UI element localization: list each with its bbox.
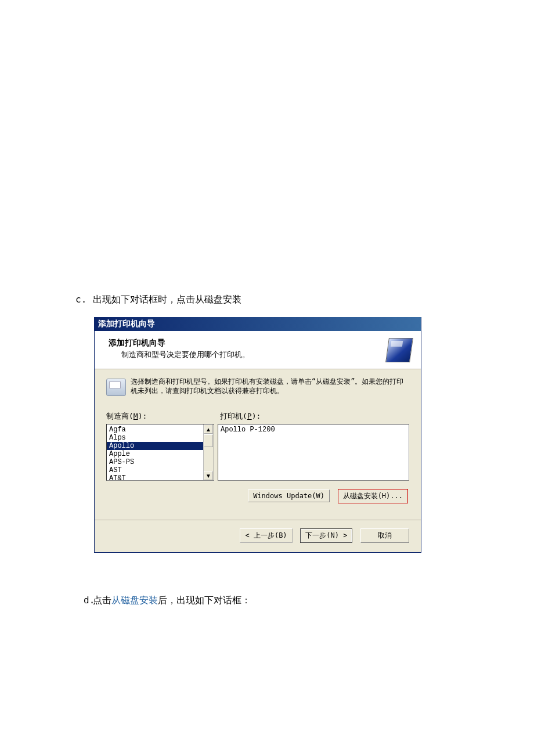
scroll-thumb[interactable] xyxy=(204,434,213,447)
printer-icon xyxy=(385,338,413,362)
dialog-content: 选择制造商和打印机型号。如果打印机有安装磁盘，请单击“从磁盘安装”。如果您的打印… xyxy=(95,369,421,509)
list-item-selected[interactable]: Apollo xyxy=(107,442,214,450)
step-d-text: 点击从磁盘安装后，出现如下对话框： xyxy=(93,595,251,607)
step-c-marker: c. xyxy=(75,294,86,305)
step-d-link: 从磁盘安装 xyxy=(111,595,158,606)
list-item[interactable]: APS-PS xyxy=(107,458,214,466)
list-item[interactable]: Alps xyxy=(107,434,214,442)
scroll-up-icon[interactable]: ▲ xyxy=(204,424,213,434)
add-printer-wizard-dialog: 添加打印机向导 添加打印机向导 制造商和型号决定要使用哪个打印机。 选择制造商和… xyxy=(94,317,421,553)
step-c-text: 出现如下对话框时，点击从磁盘安装 xyxy=(93,294,241,306)
dialog-header: 添加打印机向导 制造商和型号决定要使用哪个打印机。 xyxy=(95,331,421,369)
list-item[interactable]: Agfa xyxy=(107,426,214,434)
manufacturer-listbox[interactable]: Agfa Alps Apollo Apple APS-PS AST AT&T ▲… xyxy=(106,424,214,481)
list-item[interactable]: AT&T xyxy=(107,474,214,481)
list-item[interactable]: Apollo P-1200 xyxy=(221,426,406,434)
list-item[interactable]: AST xyxy=(107,466,214,474)
have-disk-button[interactable]: 从磁盘安装(H)... xyxy=(338,489,408,503)
scroll-down-icon[interactable]: ▼ xyxy=(204,471,213,480)
manufacturer-scrollbar[interactable]: ▲ ▼ xyxy=(203,424,214,480)
back-button[interactable]: < 上一步(B) xyxy=(240,528,292,543)
list-labels: 制造商(M): 打印机(P): xyxy=(106,411,409,422)
windows-update-button[interactable]: Windows Update(W) xyxy=(248,489,330,502)
header-title: 添加打印机向导 xyxy=(109,338,412,348)
manufacturer-label: 制造商(M): xyxy=(106,411,220,422)
dialog-footer: < 上一步(B) 下一步(N) > 取消 xyxy=(95,520,421,552)
header-subtitle: 制造商和型号决定要使用哪个打印机。 xyxy=(121,350,412,360)
printer-label: 打印机(P): xyxy=(220,411,261,422)
instruction-text: 选择制造商和打印机型号。如果打印机有安装磁盘，请单击“从磁盘安装”。如果您的打印… xyxy=(131,377,409,395)
dialog-titlebar: 添加打印机向导 xyxy=(95,317,421,331)
cancel-button[interactable]: 取消 xyxy=(360,528,409,543)
next-button[interactable]: 下一步(N) > xyxy=(300,528,352,543)
disk-info-icon xyxy=(106,379,126,396)
printer-listbox[interactable]: Apollo P-1200 xyxy=(218,424,409,481)
list-item[interactable]: Apple xyxy=(107,450,214,458)
